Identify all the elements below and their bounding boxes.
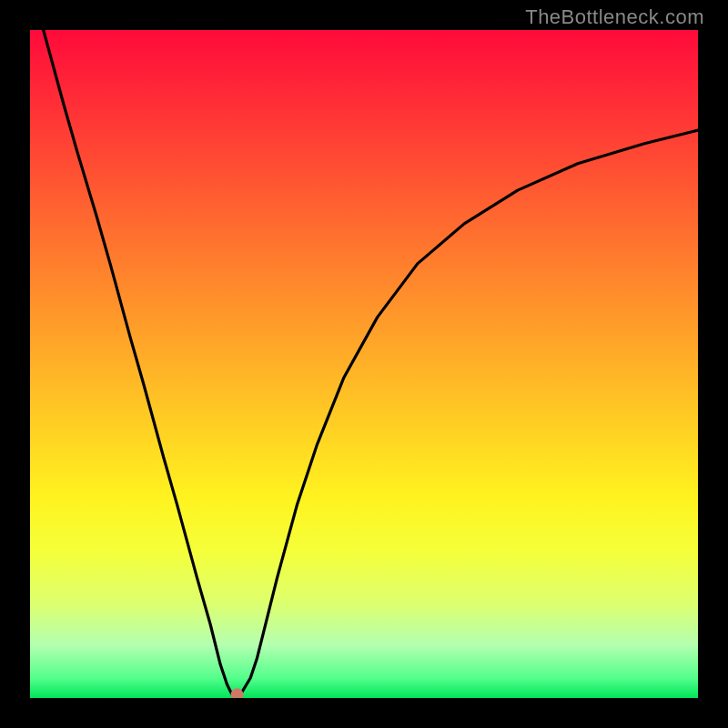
plot-area (30, 30, 698, 698)
curve-svg (30, 30, 698, 698)
minimum-marker (231, 688, 244, 698)
bottleneck-curve (44, 30, 698, 698)
watermark-text: TheBottleneck.com (525, 5, 704, 29)
curve-group (44, 30, 698, 698)
chart-frame: TheBottleneck.com (0, 0, 728, 728)
